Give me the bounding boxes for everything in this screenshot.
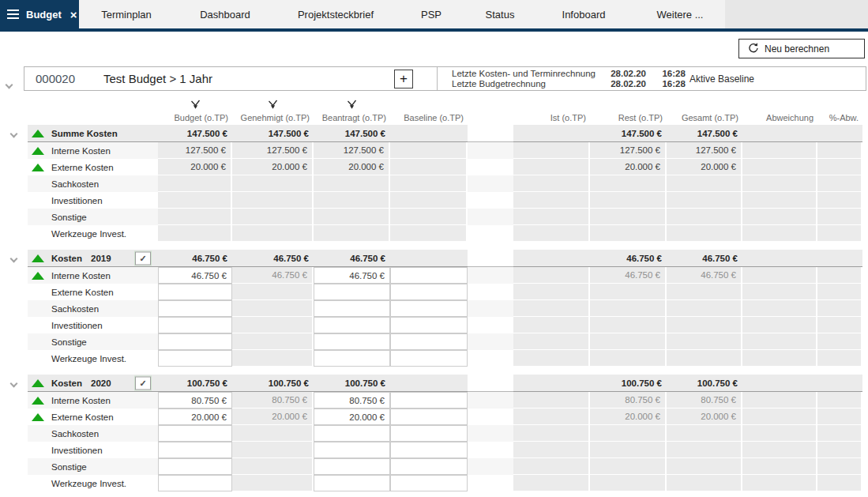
- cell-beantragt[interactable]: 46.750 €: [314, 267, 390, 284]
- cell-budget[interactable]: 80.750 €: [158, 392, 232, 409]
- tab-weitere[interactable]: Weitere ...: [635, 0, 725, 28]
- cell-beantragt[interactable]: [314, 300, 390, 317]
- collapse-header-chevron-icon[interactable]: [6, 77, 12, 91]
- cell-budget[interactable]: [158, 425, 232, 442]
- cell-pabw: [817, 442, 862, 458]
- cell-genehmigt: [232, 284, 314, 300]
- group-total-ist: [513, 375, 590, 392]
- group-row-label[interactable]: Kosten2020✓: [28, 375, 158, 392]
- recalculate-button[interactable]: Neu berechnen: [738, 39, 865, 58]
- tab-psp[interactable]: PSP: [395, 0, 468, 28]
- cell-beantragt: [314, 192, 390, 209]
- column-spacer: [667, 99, 742, 111]
- cell-baseline[interactable]: [390, 475, 468, 491]
- collapse-group-chevron-icon[interactable]: [10, 254, 18, 262]
- column-header-beantragt: Beantragt (o.TP): [314, 111, 390, 125]
- cell-budget[interactable]: [158, 317, 232, 333]
- cell-baseline[interactable]: [390, 425, 468, 442]
- cell-budget[interactable]: [158, 300, 232, 317]
- cell-abweichung: [742, 317, 817, 333]
- close-tab-icon[interactable]: ×: [70, 8, 77, 21]
- cell-beantragt[interactable]: [314, 350, 390, 367]
- tab-dashboard[interactable]: Dashboard: [174, 0, 276, 28]
- cell-beantragt[interactable]: 80.750 €: [314, 392, 390, 409]
- cell-ist: [513, 267, 590, 284]
- cell-baseline[interactable]: [390, 333, 468, 350]
- collapse-group-chevron-icon[interactable]: [10, 379, 18, 387]
- cell-baseline[interactable]: [390, 284, 468, 300]
- gap-column: [468, 159, 513, 175]
- cell-baseline[interactable]: [390, 392, 468, 409]
- cell-budget: [158, 209, 232, 225]
- row-name: Interne Kosten: [51, 396, 111, 405]
- group-row-label[interactable]: Summe Kosten: [28, 125, 158, 142]
- row-gutter: [0, 175, 28, 192]
- cell-beantragt[interactable]: 20.000 €: [314, 409, 390, 425]
- group-total-baseline: [390, 375, 468, 392]
- hamburger-menu-icon[interactable]: [7, 9, 19, 19]
- year-checkbox[interactable]: ✓: [135, 251, 151, 265]
- cell-baseline[interactable]: [390, 409, 468, 425]
- cell-abweichung: [742, 175, 817, 192]
- cell-baseline[interactable]: [390, 458, 468, 475]
- cell-budget[interactable]: 46.750 €: [158, 267, 232, 284]
- tab-infoboard[interactable]: Infoboard: [532, 0, 635, 28]
- cell-beantragt[interactable]: [314, 442, 390, 458]
- gap-column: [468, 192, 513, 209]
- cell-gesamt: [667, 442, 742, 458]
- trend-up-icon: [32, 130, 44, 137]
- cell-genehmigt: [232, 317, 314, 333]
- group-total-baseline: [390, 125, 468, 142]
- gap-column: [468, 375, 513, 392]
- tab-terminplan[interactable]: Terminplan: [79, 0, 174, 28]
- collapse-group-chevron-icon[interactable]: [10, 130, 18, 137]
- tab-budget-active[interactable]: Budget ×: [0, 0, 79, 28]
- row-label: Investitionen: [28, 317, 158, 333]
- group-row-label[interactable]: Kosten2019✓: [28, 250, 158, 267]
- group-year: 2019: [91, 254, 111, 263]
- cell-budget[interactable]: [158, 284, 232, 300]
- cell-rest: [590, 458, 667, 475]
- cell-budget[interactable]: [158, 442, 232, 458]
- cell-budget[interactable]: [158, 333, 232, 350]
- cell-baseline[interactable]: [390, 317, 468, 333]
- column-header-rest: Rest (o.TP): [590, 111, 667, 125]
- cell-beantragt[interactable]: [314, 425, 390, 442]
- column-header-pabw: %-Abw.: [817, 111, 862, 125]
- cell-budget[interactable]: [158, 458, 232, 475]
- cell-baseline[interactable]: [390, 350, 468, 367]
- cell-abweichung: [742, 409, 817, 425]
- cell-baseline[interactable]: [390, 442, 468, 458]
- row-name: Interne Kosten: [51, 146, 111, 156]
- cell-budget[interactable]: [158, 350, 232, 367]
- cell-abweichung: [742, 475, 817, 491]
- cell-beantragt[interactable]: [314, 475, 390, 491]
- cell-beantragt[interactable]: [314, 333, 390, 350]
- cell-pabw: [817, 225, 862, 242]
- cell-baseline[interactable]: [390, 267, 468, 284]
- cell-beantragt[interactable]: [314, 284, 390, 300]
- trend-up-icon: [32, 147, 44, 155]
- row-name: Investitionen: [51, 321, 103, 330]
- row-gutter: [0, 333, 28, 350]
- add-button[interactable]: +: [394, 70, 413, 88]
- cell-budget[interactable]: [158, 475, 232, 491]
- cell-genehmigt: 46.750 €: [232, 267, 314, 284]
- filter-icon[interactable]: [232, 99, 314, 111]
- cell-beantragt[interactable]: [314, 458, 390, 475]
- trend-up-icon: [32, 254, 44, 262]
- cell-budget[interactable]: 20.000 €: [158, 409, 232, 425]
- tab-status[interactable]: Status: [468, 0, 532, 28]
- cell-beantragt[interactable]: [314, 317, 390, 333]
- project-id: 000020: [36, 72, 75, 85]
- filter-icon[interactable]: [158, 99, 232, 111]
- row-label: Werkzeuge Invest.: [28, 225, 158, 242]
- group-total-gesamt: 147.500 €: [667, 125, 742, 142]
- tab-budget-label: Budget: [26, 9, 62, 21]
- filter-icon[interactable]: [314, 99, 390, 111]
- year-checkbox[interactable]: ✓: [135, 376, 151, 390]
- tab-projektsteckbrief[interactable]: Projektsteckbrief: [276, 0, 395, 28]
- table-row: Werkzeuge Invest.: [0, 475, 862, 491]
- cell-baseline[interactable]: [390, 300, 468, 317]
- cell-abweichung: [742, 142, 817, 159]
